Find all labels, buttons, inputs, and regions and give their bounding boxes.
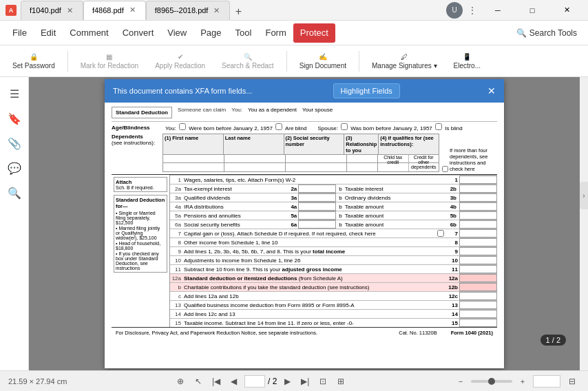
line-12c-field[interactable] xyxy=(459,292,497,300)
tab-f8965[interactable]: f8965--2018.pdf ✕ xyxy=(146,1,231,20)
line-13-field[interactable] xyxy=(459,301,497,309)
maximize-button[interactable]: □ xyxy=(516,0,548,21)
sidebar-bookmark-icon[interactable]: 🔖 xyxy=(3,107,25,129)
menu-edit[interactable]: Edit xyxy=(34,23,63,43)
sidebar-attachment-icon[interactable]: 📎 xyxy=(3,132,25,154)
line-5b-field[interactable] xyxy=(459,211,497,220)
search-redact-icon: 🔍 xyxy=(244,53,252,61)
more-options-button[interactable]: ⋮ xyxy=(465,3,479,17)
zoom-in-button[interactable]: + xyxy=(516,375,529,388)
xfa-message: This document contains XFA form fields..… xyxy=(113,87,252,95)
line-12a-row: 12a Standard deduction or itemized deduc… xyxy=(170,273,497,282)
line-6b-field[interactable] xyxy=(459,220,497,229)
cursor-button[interactable]: ↖ xyxy=(191,374,206,389)
tab-close-f1040[interactable]: ✕ xyxy=(65,6,74,16)
dependents-table: (1) First name Last name (2) Social secu… xyxy=(162,134,439,172)
age-blindness-label: Age/Blindness xyxy=(112,125,160,131)
you-section: You: Were born before January 2, 1957 Ar… xyxy=(165,123,307,131)
line-3b-field[interactable] xyxy=(459,193,497,202)
menu-file[interactable]: File xyxy=(6,23,34,43)
menu-page[interactable]: Page xyxy=(193,23,228,43)
dep-col2-header: Last name xyxy=(224,134,284,154)
menu-comment[interactable]: Comment xyxy=(63,23,115,43)
tab-f1040[interactable]: f1040.pdf ✕ xyxy=(21,1,83,20)
line-11-field[interactable] xyxy=(459,265,497,273)
spouse-born-checkbox[interactable] xyxy=(341,123,348,130)
zoom-input[interactable]: 100% xyxy=(533,375,560,388)
mark-redaction-label: Mark for Redaction xyxy=(81,62,138,70)
menu-protect[interactable]: Protect xyxy=(293,23,335,43)
bottom-bar: 21.59 × 27.94 cm ⊕ ↖ |◀ ◀ 1 / 2 ▶ ▶| ⊡ ⊞… xyxy=(0,370,588,391)
next-page-button[interactable]: ▶ xyxy=(280,374,295,389)
tab-f4868[interactable]: f4868.pdf ✕ xyxy=(83,1,146,20)
line-8-field[interactable] xyxy=(459,238,497,246)
toolbar: 🔒 Set Password ▦ Mark for Redaction ✔ Ap… xyxy=(0,45,588,77)
std-ded-sidebar: Attach Sch. B if required. Standard Dedu… xyxy=(112,175,170,327)
page-badge: 1 / 2 xyxy=(540,335,566,346)
manage-signatures-button[interactable]: 🖊 Manage Signatures ▾ xyxy=(365,47,444,75)
sidebar-nav-icon[interactable]: ☰ xyxy=(3,83,25,105)
menu-form[interactable]: Form xyxy=(258,23,293,43)
dep-col3-header: (2) Social security number xyxy=(284,134,345,154)
last-page-button[interactable]: ▶| xyxy=(297,374,313,389)
line-4a-field[interactable] xyxy=(298,202,336,211)
fit-page-button[interactable]: ⊡ xyxy=(315,374,330,389)
line-10-field[interactable] xyxy=(459,256,497,264)
apply-redaction-button[interactable]: ✔ Apply Redaction xyxy=(148,47,212,75)
line-5a-field[interactable] xyxy=(298,211,336,220)
electronic-button[interactable]: 📱 Electro... xyxy=(447,47,487,75)
sidebar-search-icon[interactable]: 🔍 xyxy=(3,182,25,204)
mark-redaction-button[interactable]: ▦ Mark for Redaction xyxy=(74,47,145,75)
minimize-button[interactable]: ─ xyxy=(482,0,514,21)
xfa-close-button[interactable]: ✕ xyxy=(487,85,496,96)
set-password-label: Set Password xyxy=(12,62,55,70)
line-1-field[interactable] xyxy=(459,176,497,184)
are-blind-checkbox[interactable] xyxy=(275,123,282,130)
line-7-field[interactable] xyxy=(459,229,497,237)
user-avatar: U xyxy=(446,2,463,19)
line-12b-field[interactable] xyxy=(459,283,497,291)
line-7-checkbox[interactable] xyxy=(437,230,444,237)
born-before-checkbox[interactable] xyxy=(179,123,186,130)
spouse-section: Spouse: Was born before January 2, 1957 … xyxy=(318,123,463,131)
line-15-field[interactable] xyxy=(459,319,497,327)
cat-no: Cat. No. 11320B xyxy=(399,330,437,336)
set-password-button[interactable]: 🔒 Set Password xyxy=(6,47,62,75)
zoom-out-button[interactable]: − xyxy=(454,375,467,388)
spouse-blind-checkbox[interactable] xyxy=(435,123,442,130)
line-6a-field[interactable] xyxy=(298,220,336,229)
menu-tool[interactable]: Tool xyxy=(229,23,259,43)
sign-document-button[interactable]: ✍ Sign Document xyxy=(293,47,353,75)
line-2a-field[interactable] xyxy=(298,184,336,193)
more-dependents-checkbox[interactable] xyxy=(442,166,448,172)
dep-col4-header: (3) Relationship to you xyxy=(344,134,379,154)
line-14-field[interactable] xyxy=(459,310,497,318)
separator-1 xyxy=(67,51,68,72)
line-3a-field[interactable] xyxy=(298,193,336,202)
menu-convert[interactable]: Convert xyxy=(116,23,161,43)
line-4b-field[interactable] xyxy=(459,202,497,211)
new-tab-button[interactable]: + xyxy=(230,3,246,20)
page-number-input[interactable]: 1 xyxy=(244,375,265,388)
prev-page-button[interactable]: ◀ xyxy=(227,374,242,389)
line-12a-field[interactable] xyxy=(459,274,497,282)
tab-close-f8965[interactable]: ✕ xyxy=(212,6,221,16)
first-page-button[interactable]: |◀ xyxy=(209,374,224,389)
line-2b-field[interactable] xyxy=(459,184,497,193)
sidebar-comment-icon[interactable]: 💬 xyxy=(3,157,25,179)
tab-close-f4868[interactable]: ✕ xyxy=(128,5,137,15)
you-label: You: xyxy=(231,107,242,118)
zoom-slider[interactable] xyxy=(471,380,512,383)
highlight-fields-button[interactable]: Highlight Fields xyxy=(333,83,400,98)
fit-width-button[interactable]: ⊞ xyxy=(333,374,348,389)
line-9-field[interactable] xyxy=(459,247,497,255)
search-redact-button[interactable]: 🔍 Search & Redact xyxy=(215,47,281,75)
view-mode-button[interactable]: ⊟ xyxy=(565,374,580,389)
sidebar-right-toggle[interactable]: › xyxy=(580,182,588,209)
search-tools-button[interactable]: 🔍 Search Tools xyxy=(511,25,582,41)
menu-view[interactable]: View xyxy=(160,23,193,43)
tool-select-button[interactable]: ⊕ xyxy=(173,374,188,389)
sign-document-label: Sign Document xyxy=(300,62,346,70)
mark-redaction-icon: ▦ xyxy=(106,53,112,61)
close-button[interactable]: ✕ xyxy=(551,0,582,21)
